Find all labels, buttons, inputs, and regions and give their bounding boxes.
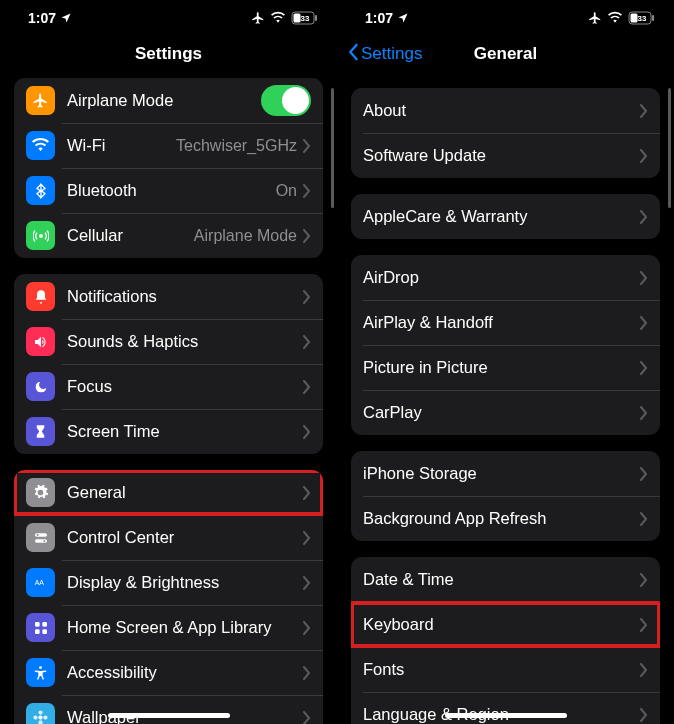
chevron-right-icon (303, 425, 311, 439)
settings-row-general[interactable]: General (14, 470, 323, 515)
row-label: AppleCare & Warranty (363, 207, 640, 226)
status-time: 1:07 (28, 10, 56, 26)
settings-row-notifications[interactable]: Notifications (14, 274, 323, 319)
chevron-right-icon (303, 139, 311, 153)
row-detail: On (276, 182, 297, 200)
cellular-icon (26, 221, 55, 250)
accessibility-icon (26, 658, 55, 687)
settings-row-display-brightness[interactable]: AADisplay & Brightness (14, 560, 323, 605)
chevron-right-icon (303, 711, 311, 725)
svg-point-14 (39, 666, 42, 669)
settings-row-date-time[interactable]: Date & Time (351, 557, 660, 602)
row-label: Control Center (67, 528, 303, 547)
svg-point-8 (43, 540, 45, 542)
speaker-icon (26, 327, 55, 356)
row-label: Accessibility (67, 663, 303, 682)
wifi-icon (607, 11, 623, 25)
chevron-right-icon (640, 271, 648, 285)
settings-row-screen-time[interactable]: Screen Time (14, 409, 323, 454)
home-indicator[interactable] (445, 713, 567, 718)
settings-row-focus[interactable]: Focus (14, 364, 323, 409)
row-label: Wi-Fi (67, 136, 176, 155)
settings-group: AppleCare & Warranty (351, 194, 660, 239)
page-title: General (474, 44, 537, 64)
sun-icon: AA (26, 568, 55, 597)
settings-row-keyboard[interactable]: Keyboard (351, 602, 660, 647)
chevron-right-icon (640, 361, 648, 375)
back-button[interactable]: Settings (347, 43, 422, 66)
settings-row-control-center[interactable]: Control Center (14, 515, 323, 560)
settings-row-about[interactable]: About (351, 88, 660, 133)
moon-icon (26, 372, 55, 401)
apps-icon (26, 613, 55, 642)
chevron-right-icon (640, 573, 648, 587)
home-indicator[interactable] (108, 713, 230, 718)
settings-row-accessibility[interactable]: Accessibility (14, 650, 323, 695)
settings-group: NotificationsSounds & HapticsFocusScreen… (14, 274, 323, 454)
row-detail: Techwiser_5GHz (176, 137, 297, 155)
row-label: AirDrop (363, 268, 640, 287)
flower-icon (26, 703, 55, 724)
phone-settings: 1:07 33 Settings Airplane ModeWi-FiTechw… (0, 0, 337, 724)
chevron-right-icon (640, 467, 648, 481)
chevron-right-icon (640, 149, 648, 163)
settings-group: Date & TimeKeyboardFontsLanguage & Regio… (351, 557, 660, 724)
settings-content[interactable]: Airplane ModeWi-FiTechwiser_5GHzBluetoot… (0, 72, 337, 724)
settings-row-airdrop[interactable]: AirDrop (351, 255, 660, 300)
chevron-right-icon (303, 666, 311, 680)
svg-text:AA: AA (35, 579, 45, 586)
settings-row-bluetooth[interactable]: BluetoothOn (14, 168, 323, 213)
settings-row-language-region[interactable]: Language & Region (351, 692, 660, 724)
row-label: General (67, 483, 303, 502)
settings-row-fonts[interactable]: Fonts (351, 647, 660, 692)
row-label: Fonts (363, 660, 640, 679)
row-label: Sounds & Haptics (67, 332, 303, 351)
svg-point-16 (38, 710, 42, 714)
bluetooth-icon (26, 176, 55, 205)
settings-row-sounds-haptics[interactable]: Sounds & Haptics (14, 319, 323, 364)
page-title: Settings (135, 44, 202, 64)
row-label: AirPlay & Handoff (363, 313, 640, 332)
row-label: Focus (67, 377, 303, 396)
toggle-switch[interactable] (261, 85, 311, 116)
svg-rect-25 (631, 14, 638, 23)
settings-row-background-app-refresh[interactable]: Background App Refresh (351, 496, 660, 541)
battery-icon: 33 (291, 11, 319, 25)
settings-row-airplane-mode[interactable]: Airplane Mode (14, 78, 323, 123)
settings-row-software-update[interactable]: Software Update (351, 133, 660, 178)
svg-point-7 (36, 534, 38, 536)
scroll-indicator[interactable] (668, 88, 671, 208)
chevron-right-icon (640, 316, 648, 330)
settings-row-applecare-warranty[interactable]: AppleCare & Warranty (351, 194, 660, 239)
chevron-right-icon (303, 576, 311, 590)
status-bar: 1:07 33 (337, 0, 674, 36)
svg-point-19 (43, 715, 47, 719)
status-time: 1:07 (365, 10, 393, 26)
scroll-indicator[interactable] (331, 88, 334, 208)
settings-row-iphone-storage[interactable]: iPhone Storage (351, 451, 660, 496)
settings-row-home-screen-app-library[interactable]: Home Screen & App Library (14, 605, 323, 650)
nav-header: Settings General (337, 36, 674, 72)
back-label: Settings (361, 44, 422, 64)
airplane-icon (26, 86, 55, 115)
chevron-right-icon (640, 618, 648, 632)
row-label: Cellular (67, 226, 194, 245)
settings-row-carplay[interactable]: CarPlay (351, 390, 660, 435)
settings-row-wi-fi[interactable]: Wi-FiTechwiser_5GHz (14, 123, 323, 168)
chevron-right-icon (303, 290, 311, 304)
row-label: Display & Brightness (67, 573, 303, 592)
svg-rect-10 (35, 622, 40, 627)
chevron-right-icon (303, 486, 311, 500)
svg-text:33: 33 (638, 14, 647, 23)
settings-row-cellular[interactable]: CellularAirplane Mode (14, 213, 323, 258)
settings-row-wallpaper[interactable]: Wallpaper (14, 695, 323, 724)
general-content[interactable]: AboutSoftware UpdateAppleCare & Warranty… (337, 72, 674, 724)
chevron-right-icon (640, 512, 648, 526)
settings-row-airplay-handoff[interactable]: AirPlay & Handoff (351, 300, 660, 345)
row-label: Home Screen & App Library (67, 618, 303, 637)
chevron-right-icon (640, 104, 648, 118)
row-label: Keyboard (363, 615, 640, 634)
settings-row-picture-in-picture[interactable]: Picture in Picture (351, 345, 660, 390)
switches-icon (26, 523, 55, 552)
row-detail: Airplane Mode (194, 227, 297, 245)
